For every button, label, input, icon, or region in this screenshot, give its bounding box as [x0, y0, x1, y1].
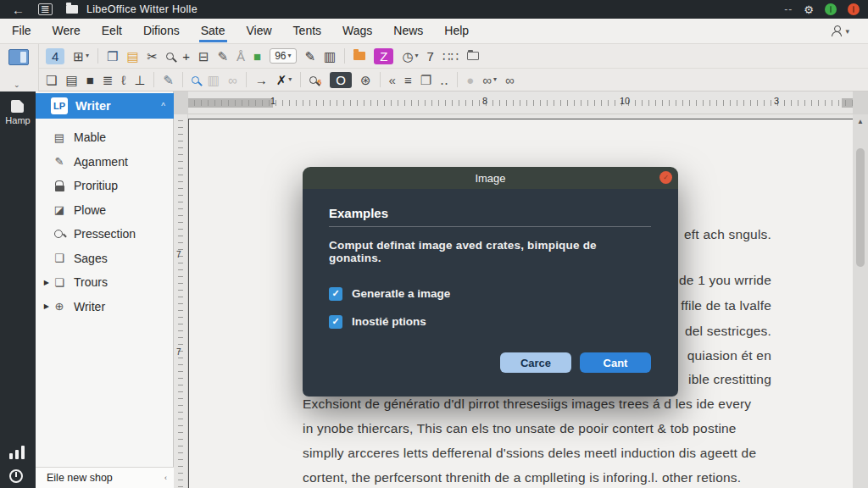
chevron-icon[interactable]: ‹ — [164, 474, 167, 482]
checkbox-checked-icon[interactable]: ✓ — [329, 287, 342, 301]
scrollbar-thumb[interactable] — [856, 148, 865, 267]
zoom-magnifier-icon[interactable]: 6 — [309, 74, 321, 86]
menu-item[interactable]: Tents — [292, 19, 323, 42]
ruler-number: 10 — [620, 96, 630, 106]
copy-icon[interactable]: ▤ — [126, 50, 138, 63]
folder-icon[interactable] — [66, 5, 78, 14]
menubar-user-area[interactable]: ▾ — [831, 25, 868, 36]
insert-text-icon[interactable]: ⊥ — [134, 74, 145, 86]
sidebar-item-aganment[interactable]: ✎ Aganment — [36, 150, 174, 175]
vertical-scrollbar[interactable]: ▲ — [853, 114, 868, 488]
stamp-icon[interactable]: ■ — [86, 74, 94, 86]
chevron-up-icon[interactable]: ^ — [161, 102, 165, 111]
page-icon[interactable]: ❏ — [46, 74, 57, 86]
dialog-button[interactable]: Carce — [500, 352, 571, 373]
menu-item[interactable]: Difions — [142, 19, 181, 42]
formula-badge[interactable]: Z — [374, 48, 393, 64]
circle-o-button[interactable]: O — [330, 72, 352, 88]
menu-item[interactable]: Wags — [341, 19, 374, 42]
document-list-icon[interactable]: ≣ — [38, 3, 53, 15]
icon-glyph: ▤ — [65, 74, 77, 86]
dots-icon[interactable]: ‥ — [440, 74, 448, 86]
align-box-icon[interactable]: ▤ — [65, 74, 77, 86]
folder-outline-icon[interactable] — [467, 52, 479, 60]
back-arrow-icon[interactable]: ← — [12, 3, 25, 17]
clipboard-icon[interactable]: ❐ — [107, 50, 118, 63]
edit-pen-icon[interactable]: ✎ — [163, 74, 174, 86]
find-magnifier-icon[interactable] — [192, 76, 199, 84]
sidebar-item-proritiup[interactable]: Proritiup — [36, 174, 174, 198]
document-text-icon[interactable]: ▥ — [324, 50, 336, 63]
menu-lines-icon[interactable]: ≡ — [404, 74, 412, 86]
columns-icon[interactable]: ▥ — [208, 74, 220, 86]
clock-icon[interactable] — [9, 469, 23, 483]
chain-icon[interactable]: ∞ — [228, 74, 237, 86]
clock-face-icon[interactable]: ◷ ▾ — [402, 50, 418, 63]
sidebar-item-writer[interactable]: ▶ ⊕ Writer — [36, 295, 174, 319]
sidebar-item-sages[interactable]: ❑ Sages — [36, 247, 174, 271]
split-cells-icon[interactable]: ⊟ — [198, 50, 209, 63]
arrows-icon[interactable]: « — [389, 74, 396, 86]
menu-item[interactable]: File — [10, 19, 33, 42]
close-window-button[interactable] — [848, 3, 860, 15]
cut-scissors-icon[interactable]: ✂ — [147, 50, 159, 63]
font-size-select[interactable]: 96 ▾ — [270, 48, 296, 64]
expander-icon[interactable]: ▶ — [36, 302, 51, 310]
sidebar-footer[interactable]: Eile new shop ‹ — [36, 467, 174, 488]
search-magnifier-icon[interactable] — [166, 53, 174, 60]
sidebar-item-trours[interactable]: ▶ ❏ Trours — [36, 270, 174, 295]
chevron-down-icon[interactable]: ⌄ — [14, 80, 20, 89]
gear-icon[interactable]: ⚙ — [804, 3, 814, 16]
paperclip-icon[interactable]: ℓ — [121, 74, 125, 86]
icon-glyph: + — [182, 50, 190, 63]
menu-item[interactable]: News — [392, 19, 425, 42]
menu-item[interactable]: Eelt — [100, 19, 124, 42]
expander-icon[interactable]: ▶ — [36, 279, 51, 286]
separator — [97, 48, 98, 64]
minimize-icon[interactable]: -- — [784, 3, 793, 15]
file-icon[interactable] — [11, 100, 24, 113]
delete-x-icon[interactable]: ✗ ▾ — [276, 74, 292, 86]
menu-item[interactable]: Help — [442, 19, 470, 42]
table-insert-icon[interactable]: ⊞ ▾ — [73, 50, 89, 63]
globe-icon[interactable]: ⊛ — [360, 74, 371, 86]
dialog-close-button[interactable]: ✓ — [659, 171, 672, 184]
scroll-up-icon[interactable]: ▲ — [853, 118, 868, 125]
stats-bars-icon[interactable] — [9, 445, 26, 459]
grid-dots-icon[interactable]: ∷∷ — [442, 50, 459, 63]
draw-pen-icon[interactable]: ✎ — [218, 50, 229, 63]
pencil-icon[interactable]: ✎ — [305, 50, 316, 63]
sidebar-item-mable[interactable]: ▤ Mable — [36, 125, 174, 150]
sidebar-deck-icon[interactable] — [8, 49, 29, 65]
sidebar-item-icon: ▤ — [51, 131, 68, 144]
dialog-checkbox-row[interactable]: ✓ Generatle a image — [329, 280, 651, 308]
menu-item[interactable]: Were — [51, 19, 82, 42]
anchor-icon[interactable]: Å — [236, 50, 245, 63]
menu-item[interactable]: View — [245, 19, 274, 42]
page-count-badge[interactable]: 4 — [46, 48, 64, 64]
checkbox-label: Generatle a image — [352, 287, 450, 300]
link-chain-icon[interactable]: ∞ ▾ — [482, 74, 497, 86]
orange-folder-icon[interactable] — [353, 52, 365, 60]
arrow-right-icon[interactable]: → — [255, 74, 268, 86]
sidebar-item-pressection[interactable]: Pressection — [36, 222, 174, 247]
number-7-label[interactable]: 7 — [427, 50, 434, 63]
eraser-icon[interactable]: ● — [466, 74, 474, 86]
paint-icon[interactable]: ■ — [253, 50, 261, 63]
lines-icon[interactable]: ≣ — [103, 74, 114, 86]
sidebar-item-icon — [51, 180, 68, 191]
window-titlebar: ← ≣ LibeOffice Witter Holle -- ⚙ — [0, 0, 868, 19]
ruler-number: 3 — [774, 96, 779, 106]
menu-item[interactable]: Sate — [199, 19, 227, 42]
maximize-button[interactable] — [825, 3, 837, 15]
sidebar-item-writer-active[interactable]: LP Writer ^ — [36, 93, 174, 119]
checkbox-checked-icon[interactable]: ✓ — [329, 315, 342, 329]
sidebar-item-label: Aganment — [74, 155, 128, 169]
dialog-checkbox-row[interactable]: ✓ Inostié ptions — [329, 308, 651, 336]
plus-icon[interactable]: + — [182, 50, 190, 63]
link-icon[interactable]: ∞ — [505, 74, 515, 86]
dialog-button[interactable]: Cant — [580, 352, 651, 373]
copy-page-icon[interactable]: ❐ — [420, 74, 431, 86]
sidebar-item-plowe[interactable]: ◪ Plowe — [36, 198, 174, 223]
dialog-titlebar[interactable]: Image ✓ — [303, 167, 678, 189]
